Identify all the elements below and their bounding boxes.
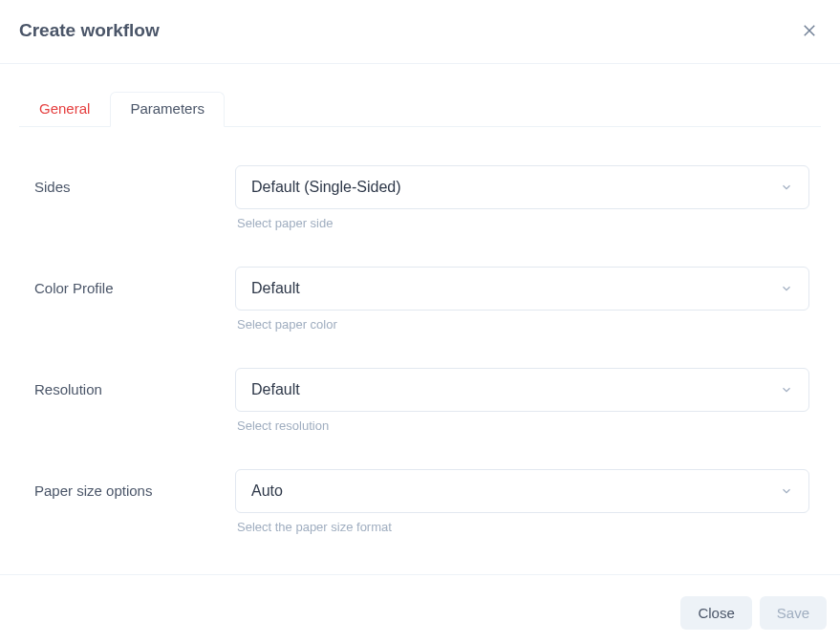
helper-color-profile: Select paper color	[235, 317, 809, 332]
label-color-profile: Color Profile	[34, 267, 235, 296]
chevron-down-icon	[780, 181, 793, 194]
chevron-down-icon	[780, 282, 793, 295]
dialog-header: Create workflow	[0, 0, 840, 64]
tabs: General Parameters	[19, 64, 821, 127]
label-paper-size: Paper size options	[34, 469, 235, 499]
chevron-down-icon	[780, 484, 793, 498]
form-body: Sides Default (Single-Sided) Select pape…	[0, 127, 840, 572]
select-paper-size[interactable]: Auto	[235, 469, 809, 513]
dialog-title: Create workflow	[19, 20, 160, 41]
field-row-paper-size: Paper size options Auto Select the paper…	[34, 469, 809, 534]
label-sides: Sides	[34, 165, 235, 195]
close-icon[interactable]	[798, 19, 821, 42]
select-color-profile-value: Default	[251, 280, 780, 297]
label-resolution: Resolution	[34, 368, 235, 397]
chevron-down-icon	[780, 383, 793, 397]
close-button[interactable]: Close	[680, 596, 751, 630]
tab-general[interactable]: General	[19, 92, 110, 127]
helper-paper-size: Select the paper size format	[235, 520, 809, 534]
select-paper-size-value: Auto	[251, 482, 780, 500]
save-button[interactable]: Save	[760, 596, 827, 630]
dialog-footer: Close Save	[0, 574, 840, 643]
helper-sides: Select paper side	[235, 216, 809, 230]
select-resolution-value: Default	[251, 381, 780, 398]
select-sides[interactable]: Default (Single-Sided)	[235, 165, 809, 209]
tabs-container: General Parameters	[0, 64, 840, 127]
select-sides-value: Default (Single-Sided)	[251, 179, 780, 196]
field-row-resolution: Resolution Default Select resolution	[34, 368, 809, 433]
field-paper-size: Auto Select the paper size format	[235, 469, 809, 534]
helper-resolution: Select resolution	[235, 418, 809, 433]
select-color-profile[interactable]: Default	[235, 267, 809, 311]
field-resolution: Default Select resolution	[235, 368, 809, 433]
field-row-sides: Sides Default (Single-Sided) Select pape…	[34, 165, 809, 230]
select-resolution[interactable]: Default	[235, 368, 809, 412]
field-sides: Default (Single-Sided) Select paper side	[235, 165, 809, 230]
tab-parameters[interactable]: Parameters	[110, 92, 225, 127]
field-color-profile: Default Select paper color	[235, 267, 809, 332]
field-row-color-profile: Color Profile Default Select paper color	[34, 267, 809, 332]
